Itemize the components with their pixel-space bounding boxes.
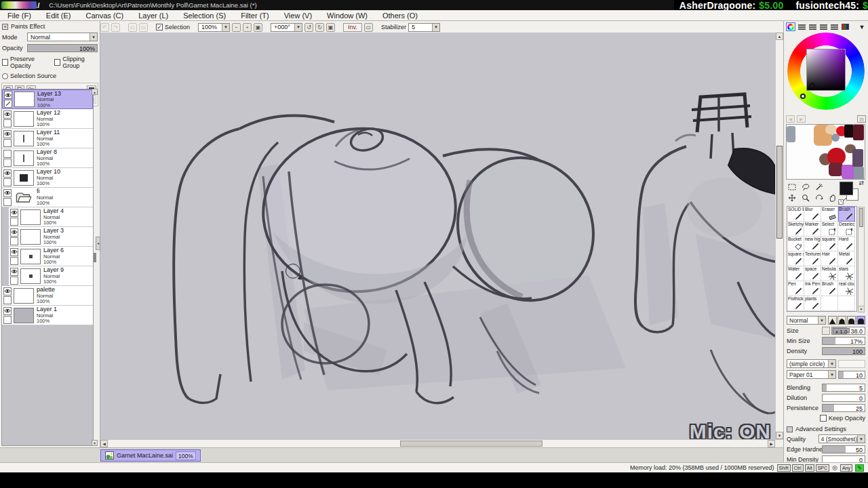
preserve-opacity-option[interactable]: Preserve Opacity (2, 56, 50, 69)
layer-visibility-toggle[interactable] (10, 268, 18, 276)
size-unit-button[interactable] (822, 327, 830, 335)
brush-grid-scroll-thumb[interactable] (859, 208, 863, 227)
selection-source-radio[interactable] (2, 73, 8, 79)
palette-swatch[interactable] (787, 126, 795, 142)
layer-visibility-toggle[interactable] (4, 91, 12, 99)
sv-marker[interactable] (810, 83, 815, 88)
expand-icon[interactable]: + (2, 24, 8, 30)
scratchpad[interactable] (786, 124, 865, 180)
brush-tip-curve[interactable] (837, 316, 846, 325)
undo-button[interactable]: ↶ (100, 23, 109, 32)
hand-tool[interactable] (828, 194, 837, 203)
chevron-down-icon[interactable]: ▼ (222, 24, 229, 31)
palette-swatch[interactable] (831, 134, 840, 142)
size-slider[interactable]: x 1.0 38.0 (831, 327, 865, 335)
layer-row[interactable]: Layer 3 Normal 100% (9, 227, 93, 247)
layer-row[interactable]: fi Normal 100% (2, 188, 93, 207)
flip-invert-button[interactable]: Inv. (343, 23, 362, 32)
transparent-color-icon[interactable] (838, 199, 844, 205)
edge-hardness-slider[interactable]: 50 (822, 445, 865, 453)
layer-visibility-toggle[interactable] (3, 110, 12, 119)
brush-preset[interactable]: Textured (804, 251, 821, 266)
brush-preset[interactable]: real clou (838, 281, 855, 296)
preserve-opacity-checkbox[interactable] (2, 59, 8, 66)
layer-row[interactable]: Layer 1 Normal 100% (2, 306, 93, 325)
copy-button[interactable]: ▭ (139, 23, 148, 32)
palette-swatch[interactable] (829, 163, 843, 176)
layer-visibility-toggle[interactable] (10, 248, 18, 256)
brush-preset[interactable]: plants (804, 296, 821, 311)
color-history-back-button[interactable]: ◀ (786, 115, 795, 123)
chevron-down-icon[interactable]: ▼ (818, 317, 825, 324)
zoom-select[interactable]: 100% ▼ (198, 23, 230, 32)
brush-texture-select[interactable]: Paper 01 ▼ (787, 370, 836, 379)
layer-row[interactable]: Layer 10 Normal 100% (2, 168, 93, 188)
chevron-down-icon[interactable]: ▼ (432, 24, 439, 31)
chevron-down-icon[interactable]: ▼ (90, 33, 97, 41)
layer-edit-indicator[interactable] (3, 178, 12, 186)
document-tab[interactable]: Garnet MacLaine.sai 100% (100, 449, 201, 462)
chevron-down-icon[interactable]: ▼ (828, 371, 835, 378)
keep-opacity-option[interactable]: Keep Opacity (787, 415, 865, 422)
brush-preset[interactable]: stars (838, 266, 855, 281)
scroll-left-icon[interactable]: ◀ (100, 440, 108, 447)
rgb-slider-tab[interactable] (797, 22, 806, 31)
brush-blend-mode-select[interactable]: Normal ▼ (787, 316, 826, 325)
clipping-group-option[interactable]: Clipping Group (54, 56, 98, 69)
scroll-down-icon[interactable]: ▼ (92, 440, 98, 446)
stabilizer-select[interactable]: 5 ▼ (408, 23, 440, 32)
scroll-up-icon[interactable]: ▲ (776, 33, 783, 40)
layer-opacity-slider[interactable]: 100% (27, 44, 98, 52)
texture-strength-slider[interactable]: 10 (838, 371, 865, 379)
layer-visibility-toggle[interactable] (10, 209, 18, 217)
layer-edit-indicator[interactable] (3, 198, 12, 206)
panel-menu-button[interactable]: ▼ (857, 22, 867, 31)
rotate-ccw-button[interactable]: ↺ (304, 23, 313, 32)
menu-item[interactable]: Edit (E) (39, 12, 79, 20)
shape-strength-slider[interactable] (838, 360, 865, 368)
color-wheel-tab[interactable] (786, 22, 795, 31)
redo-button[interactable]: ↷ (111, 23, 120, 32)
color-wheel[interactable] (784, 31, 868, 114)
layer-edit-indicator[interactable] (10, 237, 18, 245)
lasso-tool[interactable] (801, 183, 810, 192)
layer-row[interactable]: Layer 12 Normal 100% (2, 109, 93, 129)
scroll-up-icon[interactable]: ▲ (92, 89, 98, 95)
brush-tip-sharp[interactable] (828, 316, 837, 325)
horizontal-scroll-thumb[interactable] (400, 441, 542, 447)
palette-swatch[interactable] (844, 125, 854, 138)
zoom-out-button[interactable]: − (232, 23, 241, 32)
palette-swatch[interactable] (825, 125, 837, 134)
zoom-in-button[interactable]: + (243, 23, 252, 32)
hsv-slider-tab[interactable] (808, 22, 817, 31)
flip-reset-button[interactable]: ▭ (364, 23, 373, 32)
menu-item[interactable]: View (V) (277, 12, 319, 20)
layer-edit-indicator[interactable] (3, 139, 12, 147)
rect-select-tool[interactable] (787, 183, 797, 192)
palette-swatch[interactable] (854, 167, 864, 180)
rotate-reset-button[interactable]: ▣ (326, 23, 335, 32)
layer-visibility-toggle[interactable] (3, 150, 12, 158)
rotate-cw-button[interactable]: ↻ (315, 23, 324, 32)
brush-preset[interactable]: Brush (821, 281, 838, 296)
menu-item[interactable]: Layer (L) (131, 12, 176, 20)
layer-row[interactable]: palette Normal 100% (2, 286, 93, 306)
scroll-down-icon[interactable]: ▼ (776, 432, 783, 439)
layer-list-scroll-thumb[interactable] (94, 253, 96, 262)
canvas-horizontal-scrollbar[interactable]: ◀ ▶ (100, 439, 783, 447)
brush-preset[interactable]: Marker (804, 222, 821, 237)
swap-colors-icon[interactable]: ⇄ (859, 180, 864, 186)
layer-visibility-toggle[interactable] (3, 169, 12, 178)
blending-slider[interactable]: 5 (822, 384, 865, 392)
layer-edit-indicator[interactable] (10, 277, 18, 285)
layer-edit-indicator[interactable] (3, 316, 12, 324)
brush-preset[interactable]: Deselect (838, 222, 855, 237)
menu-item[interactable]: Others (O) (375, 12, 425, 20)
layer-edit-indicator[interactable] (10, 218, 18, 226)
vertical-scroll-thumb[interactable] (776, 146, 783, 239)
layer-edit-indicator[interactable] (3, 119, 12, 127)
brush-preset[interactable]: Nebula (821, 266, 838, 281)
brush-preset[interactable] (821, 296, 838, 311)
color-history-forward-button[interactable]: ▶ (797, 115, 806, 123)
layer-row[interactable]: Layer 8 Normal 100% (2, 148, 93, 168)
